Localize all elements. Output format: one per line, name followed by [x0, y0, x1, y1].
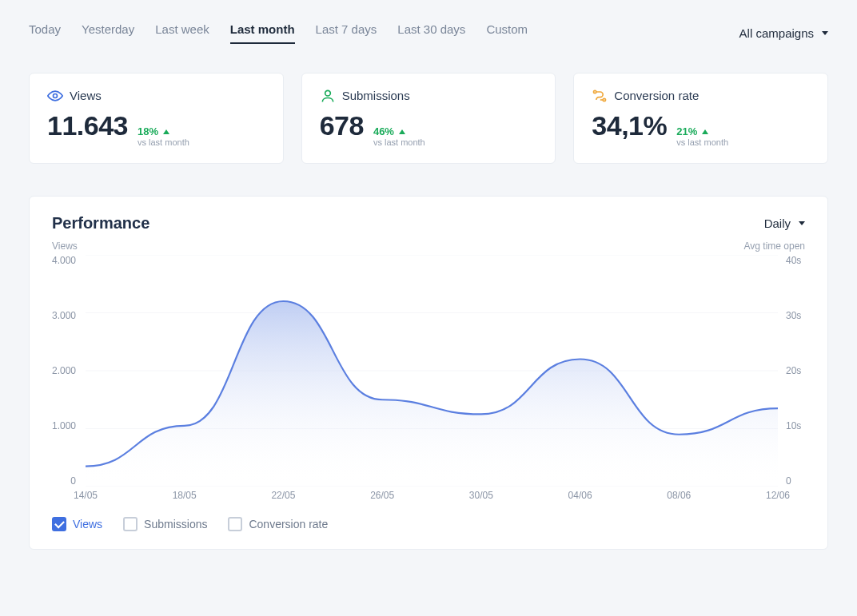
kpi-delta: 18% vs last month	[138, 125, 189, 147]
time-range-tabs: TodayYesterdayLast weekLast monthLast 7 …	[29, 22, 528, 44]
checkbox-icon	[123, 517, 138, 531]
kpi-delta-pct: 21%	[676, 125, 697, 137]
tab-last-week[interactable]: Last week	[155, 22, 209, 44]
checkbox-icon	[52, 517, 66, 531]
kpi-card-conversion-rate[interactable]: Conversion rate 34,1% 21% vs last month	[573, 73, 828, 164]
legend-label: Conversion rate	[249, 518, 328, 531]
arrow-up-icon	[399, 129, 405, 134]
x-tick: 14/05	[74, 490, 98, 501]
y-left-tick: 2.000	[52, 365, 76, 376]
x-tick: 30/05	[469, 490, 493, 501]
chevron-down-icon	[799, 221, 805, 225]
tab-custom[interactable]: Custom	[486, 22, 528, 44]
y-right-tick: 40s	[786, 255, 805, 266]
kpi-value: 34,1%	[592, 110, 667, 141]
chart: 4.0003.0002.0001.0000 40s30s20s10s0 14/0…	[52, 255, 805, 503]
performance-panel: Performance Daily Views Avg time open 4.…	[29, 196, 828, 550]
y-left-tick: 0	[52, 475, 76, 487]
legend: Views Submissions Conversion rate	[52, 517, 805, 531]
legend-item-submissions[interactable]: Submissions	[123, 517, 207, 531]
kpi-value: 11.643	[47, 110, 128, 141]
kpi-delta-pct: 46%	[373, 125, 394, 137]
arrow-up-icon	[163, 129, 169, 134]
svg-point-1	[325, 90, 330, 96]
y-left-tick: 4.000	[52, 255, 76, 266]
y-left-axis-label: Views	[52, 240, 78, 252]
tab-last-7-days[interactable]: Last 7 days	[316, 22, 377, 44]
y-right-tick: 30s	[786, 310, 805, 321]
svg-point-0	[54, 94, 58, 98]
chevron-down-icon	[822, 31, 828, 35]
y-left-tick: 3.000	[52, 310, 76, 321]
y-left-tick: 1.000	[52, 420, 76, 431]
arrow-up-icon	[702, 129, 708, 134]
kpi-title: Submissions	[342, 89, 410, 102]
svg-point-3	[604, 98, 606, 101]
kpi-title: Views	[70, 89, 102, 102]
legend-label: Views	[73, 518, 102, 531]
kpi-delta: 21% vs last month	[676, 125, 728, 147]
kpi-delta: 46% vs last month	[373, 125, 425, 147]
topbar: TodayYesterdayLast weekLast monthLast 7 …	[29, 22, 828, 44]
granularity-label: Daily	[764, 217, 791, 230]
kpi-delta-sub: vs last month	[373, 137, 425, 147]
kpi-title: Conversion rate	[614, 89, 699, 102]
kpi-card-views[interactable]: Views 11.643 18% vs last month	[29, 73, 284, 164]
x-tick: 12/06	[766, 490, 790, 501]
funnel-icon	[592, 88, 606, 102]
panel-title: Performance	[52, 214, 149, 232]
x-tick: 22/05	[271, 490, 295, 501]
legend-item-views[interactable]: Views	[52, 517, 102, 531]
svg-point-2	[594, 90, 596, 93]
campaign-filter-dropdown[interactable]: All campaigns	[739, 26, 828, 40]
tab-last-30-days[interactable]: Last 30 days	[397, 22, 465, 44]
user-icon	[320, 88, 334, 102]
kpi-delta-sub: vs last month	[138, 137, 189, 147]
x-tick: 26/05	[370, 490, 394, 501]
y-right-tick: 20s	[786, 365, 805, 376]
kpi-delta-pct: 18%	[138, 125, 158, 137]
legend-label: Submissions	[144, 518, 207, 531]
eye-icon	[47, 88, 62, 102]
kpi-value: 678	[320, 110, 364, 141]
kpi-card-submissions[interactable]: Submissions 678 46% vs last month	[301, 73, 556, 164]
granularity-dropdown[interactable]: Daily	[764, 217, 805, 230]
y-right-tick: 0	[786, 475, 805, 487]
kpi-delta-sub: vs last month	[676, 137, 728, 147]
y-right-tick: 10s	[786, 420, 805, 431]
tab-today[interactable]: Today	[29, 22, 61, 44]
tab-yesterday[interactable]: Yesterday	[82, 22, 134, 44]
legend-item-conversion-rate[interactable]: Conversion rate	[228, 517, 328, 531]
x-tick: 08/06	[667, 490, 691, 501]
kpi-cards: Views 11.643 18% vs last month Submissio…	[29, 73, 828, 164]
campaign-filter-label: All campaigns	[739, 26, 814, 40]
x-tick: 18/05	[173, 490, 197, 501]
x-tick: 04/06	[568, 490, 592, 501]
checkbox-icon	[228, 517, 242, 531]
tab-last-month[interactable]: Last month	[230, 22, 295, 44]
y-right-axis-label: Avg time open	[744, 240, 806, 252]
